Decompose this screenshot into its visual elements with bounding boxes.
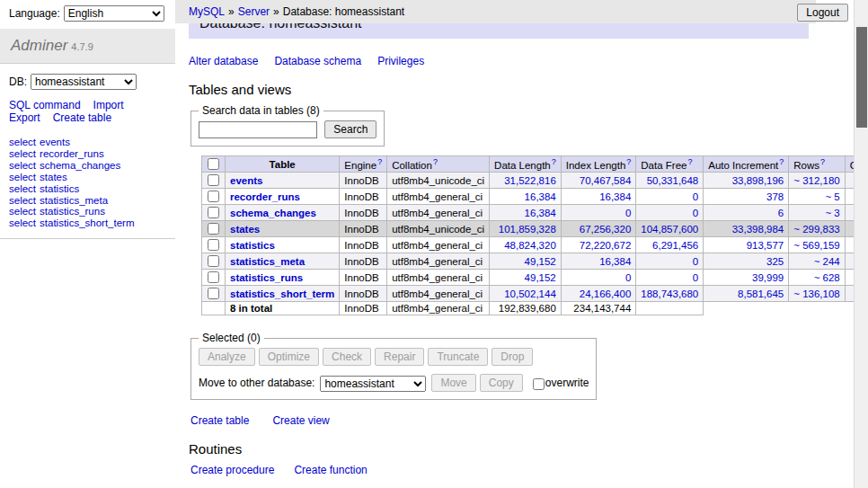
data-length-link[interactable]: 16,384 bbox=[525, 191, 556, 202]
rows-link[interactable]: ~ 3 bbox=[825, 208, 839, 218]
select-link[interactable]: select bbox=[9, 148, 36, 159]
data-length-link[interactable]: 49,152 bbox=[525, 256, 556, 267]
rows-link[interactable]: ~ 136,108 bbox=[793, 288, 839, 299]
table-name-link[interactable]: statistics bbox=[230, 240, 275, 251]
row-checkbox[interactable] bbox=[208, 271, 219, 283]
scrollbar[interactable] bbox=[854, 0, 868, 488]
auto-increment-link[interactable]: 6 bbox=[778, 208, 784, 218]
action-link[interactable]: Create procedure bbox=[190, 464, 274, 476]
select-link[interactable]: select bbox=[9, 160, 36, 171]
table-name-link[interactable]: statistics bbox=[40, 183, 79, 194]
table-name-link[interactable]: events bbox=[230, 175, 262, 186]
index-length-link[interactable]: 16,384 bbox=[599, 256, 631, 267]
select-link[interactable]: select bbox=[9, 183, 36, 194]
bulk-action-button[interactable]: Repair bbox=[375, 348, 424, 366]
select-link[interactable]: select bbox=[9, 137, 36, 147]
bulk-action-button[interactable]: Truncate bbox=[428, 348, 488, 366]
row-checkbox[interactable] bbox=[208, 207, 219, 218]
index-length-link[interactable]: 70,467,584 bbox=[580, 175, 632, 186]
help-link[interactable]: ? bbox=[552, 157, 556, 166]
select-all-checkbox[interactable] bbox=[208, 158, 219, 170]
row-checkbox[interactable] bbox=[208, 288, 219, 299]
data-length-link[interactable]: 49,152 bbox=[525, 272, 556, 283]
table-name-link[interactable]: schema_changes bbox=[230, 208, 316, 218]
help-link[interactable]: ? bbox=[377, 157, 382, 166]
breadcrumb-root-link[interactable]: MySQL bbox=[189, 5, 225, 18]
index-length-link[interactable]: 0 bbox=[625, 208, 631, 218]
scrollbar-thumb[interactable] bbox=[856, 27, 867, 128]
rows-link[interactable]: ~ 312,180 bbox=[793, 175, 839, 186]
rows-link[interactable]: ~ 244 bbox=[814, 256, 840, 267]
table-name-link[interactable]: events bbox=[40, 137, 70, 147]
table-name-link[interactable]: states bbox=[40, 172, 67, 182]
action-link[interactable]: Database schema bbox=[274, 55, 361, 67]
move-button[interactable]: Move bbox=[431, 374, 475, 392]
table-name-link[interactable]: statistics_meta bbox=[40, 195, 108, 206]
table-name-link[interactable]: schema_changes bbox=[40, 160, 120, 171]
bulk-action-button[interactable]: Optimize bbox=[259, 348, 319, 366]
table-name-link[interactable]: recorder_runs bbox=[40, 148, 104, 159]
data-length-link[interactable]: 10,502,144 bbox=[504, 288, 556, 299]
data-free-link[interactable]: 0 bbox=[693, 256, 698, 267]
row-checkbox[interactable] bbox=[208, 255, 219, 267]
table-name-link[interactable]: states bbox=[230, 224, 260, 235]
bulk-action-button[interactable]: Check bbox=[323, 348, 371, 366]
rows-link[interactable]: ~ 628 bbox=[814, 272, 840, 283]
table-name-link[interactable]: statistics_runs bbox=[230, 272, 303, 283]
action-link[interactable]: Create view bbox=[272, 414, 329, 427]
table-name-link[interactable]: statistics_short_term bbox=[40, 217, 134, 228]
bulk-action-button[interactable]: Analyze bbox=[199, 348, 255, 366]
data-length-link[interactable]: 48,824,320 bbox=[504, 240, 556, 251]
sidebar-link[interactable]: Export bbox=[9, 111, 40, 124]
select-link[interactable]: select bbox=[9, 172, 36, 182]
index-length-link[interactable]: 16,384 bbox=[599, 191, 631, 202]
select-link[interactable]: select bbox=[9, 217, 36, 228]
help-link[interactable]: ? bbox=[626, 157, 631, 166]
select-link[interactable]: select bbox=[9, 206, 36, 217]
data-free-link[interactable]: 0 bbox=[693, 191, 698, 202]
data-length-link[interactable]: 31,522,816 bbox=[504, 175, 556, 186]
search-button[interactable]: Search bbox=[324, 120, 376, 138]
auto-increment-link[interactable]: 913,577 bbox=[747, 240, 784, 251]
row-checkbox[interactable] bbox=[208, 191, 219, 202]
select-link[interactable]: select bbox=[9, 195, 36, 206]
index-length-link[interactable]: 24,166,400 bbox=[580, 288, 632, 299]
sidebar-link[interactable]: Import bbox=[93, 99, 124, 111]
data-free-link[interactable]: 6,291,456 bbox=[652, 240, 698, 251]
rows-link[interactable]: ~ 5 bbox=[825, 191, 839, 202]
rows-link[interactable]: ~ 569,159 bbox=[793, 240, 839, 251]
db-select[interactable]: homeassistant bbox=[31, 74, 137, 90]
action-link[interactable]: Create function bbox=[294, 464, 367, 476]
help-link[interactable]: ? bbox=[779, 157, 784, 166]
logout-button[interactable]: Logout bbox=[797, 4, 848, 22]
data-free-link[interactable]: 0 bbox=[693, 208, 698, 218]
row-checkbox[interactable] bbox=[208, 223, 219, 235]
auto-increment-link[interactable]: 33,398,984 bbox=[732, 224, 784, 235]
language-select[interactable]: English bbox=[64, 5, 164, 22]
action-link[interactable]: Create table bbox=[190, 414, 249, 427]
auto-increment-link[interactable]: 325 bbox=[766, 256, 784, 267]
rows-link[interactable]: ~ 299,833 bbox=[793, 224, 839, 235]
index-length-link[interactable]: 67,256,320 bbox=[580, 224, 632, 235]
row-checkbox[interactable] bbox=[208, 174, 219, 186]
action-link[interactable]: Alter database bbox=[189, 55, 258, 67]
search-input[interactable] bbox=[199, 121, 317, 138]
help-link[interactable]: ? bbox=[820, 157, 825, 166]
app-name[interactable]: Adminer bbox=[11, 37, 67, 54]
help-link[interactable]: ? bbox=[433, 157, 438, 166]
index-length-link[interactable]: 0 bbox=[625, 272, 631, 283]
sidebar-link[interactable]: SQL command bbox=[9, 99, 81, 111]
data-free-link[interactable]: 188,743,680 bbox=[641, 288, 698, 299]
auto-increment-link[interactable]: 39,999 bbox=[752, 272, 784, 283]
row-checkbox[interactable] bbox=[208, 239, 219, 251]
data-length-link[interactable]: 101,859,328 bbox=[499, 224, 556, 235]
breadcrumb-server-link[interactable]: Server bbox=[238, 5, 270, 18]
data-length-link[interactable]: 16,384 bbox=[525, 208, 556, 218]
data-free-link[interactable]: 50,331,648 bbox=[647, 175, 699, 186]
table-name-link[interactable]: statistics_meta bbox=[230, 256, 305, 267]
table-name-link[interactable]: recorder_runs bbox=[230, 191, 300, 202]
move-db-select[interactable]: homeassistant bbox=[320, 376, 426, 392]
data-free-link[interactable]: 0 bbox=[693, 272, 698, 283]
bulk-action-button[interactable]: Drop bbox=[492, 348, 533, 366]
overwrite-checkbox[interactable] bbox=[533, 378, 545, 390]
